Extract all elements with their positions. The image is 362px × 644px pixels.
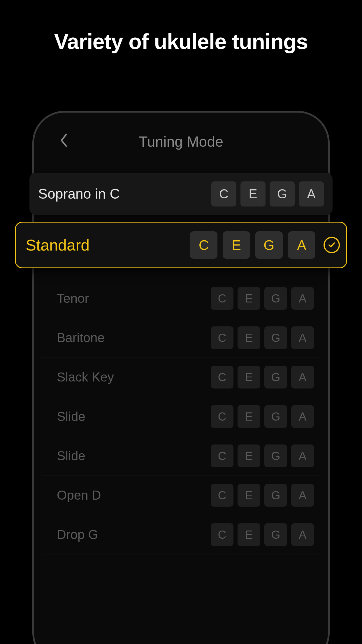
tuning-label: Soprano in C: [38, 186, 120, 202]
tuning-row[interactable]: Slack KeyCEGA: [42, 358, 320, 397]
back-icon[interactable]: [60, 133, 68, 150]
note-chip: C: [211, 484, 233, 507]
note-chip: G: [255, 231, 283, 259]
tuning-row[interactable]: SlideCEGA: [42, 397, 320, 436]
note-chip: G: [264, 405, 287, 428]
tuning-row[interactable]: BaritoneCEGA: [42, 318, 320, 358]
note-chip: G: [264, 523, 287, 546]
note-chip: G: [264, 366, 287, 388]
note-chip: C: [190, 231, 217, 259]
note-chip: E: [238, 366, 260, 388]
note-chip: E: [238, 484, 260, 507]
note-chip: C: [211, 326, 233, 349]
note-chip: A: [288, 231, 315, 259]
note-chip: A: [291, 287, 314, 310]
tuning-row[interactable]: Open DCEGA: [42, 476, 320, 515]
note-chip: G: [264, 326, 287, 349]
note-chip: G: [264, 484, 287, 507]
note-chip: C: [211, 405, 233, 428]
tuning-row[interactable]: SlideCEGA: [42, 436, 320, 476]
note-chip: C: [211, 181, 236, 206]
note-group: C E G A: [190, 231, 340, 259]
note-group: CEGA: [211, 405, 314, 428]
tuning-label: Slide: [57, 409, 85, 424]
tuning-row[interactable]: Drop GCEGA: [42, 515, 320, 554]
note-chip: A: [299, 181, 324, 206]
note-chip: C: [211, 366, 233, 388]
nav-title: Tuning Mode: [139, 133, 223, 150]
note-chip: C: [211, 444, 233, 467]
note-chip: G: [264, 287, 287, 310]
note-chip: A: [291, 366, 314, 388]
note-chip: E: [238, 405, 260, 428]
tuning-row[interactable]: TenorCEGA: [42, 279, 320, 318]
note-chip: A: [291, 326, 314, 349]
note-group: C E G A: [211, 181, 324, 206]
tuning-label: Open D: [57, 488, 101, 503]
note-chip: A: [291, 405, 314, 428]
note-chip: A: [291, 523, 314, 546]
tuning-label: Tenor: [57, 291, 89, 306]
note-chip: E: [238, 523, 260, 546]
tuning-label: Slack Key: [57, 370, 114, 384]
note-group: CEGA: [211, 326, 314, 349]
note-chip: E: [238, 326, 260, 349]
note-chip: A: [291, 444, 314, 467]
note-chip: E: [240, 181, 266, 206]
tuning-label: Drop G: [57, 527, 98, 542]
marketing-headline: Variety of ukulele tunings: [0, 0, 362, 54]
note-chip: C: [211, 523, 233, 546]
note-chip: A: [291, 484, 314, 507]
tuning-row-standard-selected[interactable]: Standard C E G A: [15, 222, 347, 268]
check-icon: [324, 237, 340, 253]
note-chip: E: [223, 231, 250, 259]
nav-bar: Tuning Mode: [42, 130, 320, 153]
note-chip: C: [211, 287, 233, 310]
note-chip: G: [264, 444, 287, 467]
note-group: CEGA: [211, 484, 314, 507]
note-group: CEGA: [211, 287, 314, 310]
tuning-label: Baritone: [57, 330, 105, 345]
note-chip: E: [238, 287, 260, 310]
note-chip: G: [270, 181, 295, 206]
tuning-label: Standard: [26, 236, 89, 254]
tuning-row-soprano[interactable]: Soprano in C C E G A: [29, 173, 333, 215]
note-group: CEGA: [211, 444, 314, 467]
tuning-label: Slide: [57, 449, 85, 463]
note-group: CEGA: [211, 523, 314, 546]
note-chip: E: [238, 444, 260, 467]
note-group: CEGA: [211, 366, 314, 388]
